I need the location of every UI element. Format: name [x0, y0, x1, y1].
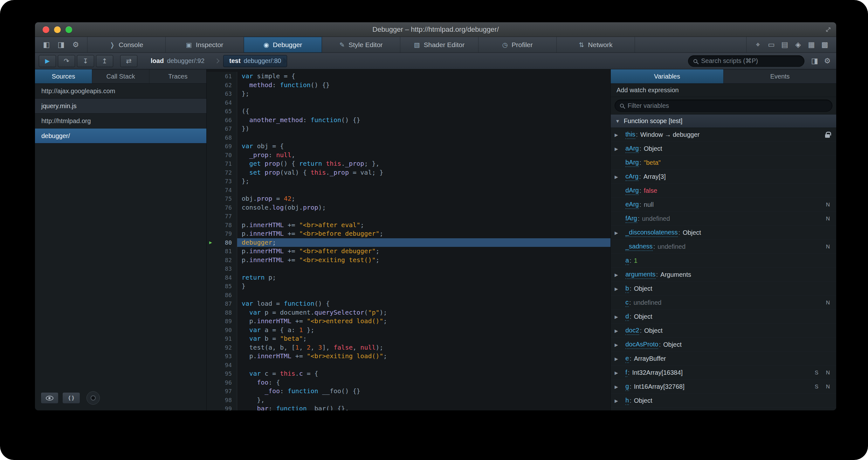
code-line-75[interactable]: 75obj.prop = 42; [207, 194, 611, 203]
code-line-88[interactable]: 88 var p = document.querySelector("p"); [207, 308, 611, 317]
variable-row-b[interactable]: ▶b:Object [611, 282, 836, 296]
close-button[interactable] [42, 26, 49, 33]
variables-tab-events[interactable]: Events [724, 69, 836, 83]
code-line-93[interactable]: 93 p.innerHTML += "<br>exiting load()"; [207, 352, 611, 361]
expander-icon[interactable]: ▶ [615, 370, 625, 375]
titlebar[interactable]: Debugger – http://htmlpad.org/debugger/ [35, 22, 836, 37]
code-line-62[interactable]: 62 method: function() {} [207, 81, 611, 90]
step-out-button[interactable]: ↥ [96, 55, 113, 67]
resize-icon[interactable] [825, 26, 832, 33]
source-item-jquery-min-js[interactable]: jquery.min.js [35, 98, 206, 114]
code-line-83[interactable]: 83 [207, 264, 611, 273]
tab-console[interactable]: ❭Console [87, 37, 166, 53]
expander-icon[interactable]: ▶ [615, 146, 625, 151]
tab-network[interactable]: ⇅Network [557, 37, 635, 53]
code-line-61[interactable]: 61var simple = { [207, 72, 611, 81]
expander-icon[interactable]: ▶ [615, 230, 625, 235]
code-line-68[interactable]: 68 [207, 133, 611, 142]
code-line-87[interactable]: 87var load = function() { [207, 299, 611, 308]
variable-row-doc2[interactable]: ▶doc2:Object [611, 324, 836, 338]
tilt-3d-icon[interactable]: ▩ [820, 40, 830, 49]
code-line-86[interactable]: 86 [207, 291, 611, 300]
expander-icon[interactable]: ▶ [615, 328, 625, 334]
code-line-69[interactable]: 69var obj = { [207, 142, 611, 151]
code-line-94[interactable]: 94 [207, 361, 611, 370]
code-line-70[interactable]: 70 _prop: null, [207, 151, 611, 160]
code-line-67[interactable]: 67}) [207, 124, 611, 133]
expander-icon[interactable]: ▶ [615, 314, 625, 319]
paintbrush-icon[interactable]: ◈ [793, 40, 803, 49]
dock-mode-icon[interactable]: ◧ [41, 40, 52, 49]
pause-on-exceptions-button[interactable]: ⇄ [120, 55, 137, 67]
code-line-85[interactable]: 85} [207, 282, 611, 291]
toggle-split-icon[interactable]: ◨ [56, 40, 66, 49]
sources-tab-call-stack[interactable]: Call Stack [92, 69, 149, 83]
source-item-debugger-[interactable]: debugger/ [35, 128, 206, 143]
scratchpad-icon[interactable]: ▦ [806, 40, 816, 49]
code-line-77[interactable]: 77 [207, 212, 611, 221]
variable-row-c[interactable]: c:undefinedN [611, 296, 836, 310]
expander-icon[interactable]: ▶ [615, 384, 625, 390]
zoom-button[interactable] [65, 26, 72, 33]
variable-row-a[interactable]: a:1 [611, 254, 836, 268]
expander-icon[interactable]: ▶ [615, 356, 625, 362]
step-over-button[interactable]: ↷ [58, 55, 75, 67]
code-line-65[interactable]: 65({ [207, 107, 611, 116]
code-line-81[interactable]: 81p.innerHTML += "<br>after debugger"; [207, 247, 611, 256]
code-line-64[interactable]: 64 [207, 98, 611, 107]
expander-icon[interactable]: ▶ [615, 342, 625, 347]
prettify-source-button[interactable]: { } [62, 392, 80, 404]
code-line-80[interactable]: 80▶debugger; [207, 238, 611, 247]
variable-row-eArg[interactable]: eArg:nullN [611, 198, 836, 212]
scope-header[interactable]: ▼ Function scope [test] [611, 115, 836, 128]
add-watch-expression[interactable]: Add watch expression [611, 84, 836, 97]
code-line-66[interactable]: 66 another_method: function() {} [207, 116, 611, 125]
code-line-97[interactable]: 97 _foo: function __foo() {} [207, 387, 611, 396]
variable-row-arguments[interactable]: ▶arguments:Arguments [611, 268, 836, 282]
sources-tab-traces[interactable]: Traces [149, 69, 206, 83]
search-scripts-input[interactable] [701, 57, 799, 64]
expander-icon[interactable]: ▶ [615, 398, 625, 403]
expander-icon[interactable]: ▶ [615, 132, 625, 138]
code-line-82[interactable]: 82p.innerHTML += "<br>exiting test()"; [207, 256, 611, 265]
tab-shader-editor[interactable]: ▧Shader Editor [400, 37, 478, 53]
variable-row-e[interactable]: ▶e:ArrayBuffer [611, 352, 836, 366]
code-line-92[interactable]: 92 test(a, b, [1, 2, 3], false, null); [207, 343, 611, 352]
variable-row-fArg[interactable]: fArg:undefinedN [611, 212, 836, 226]
code-line-72[interactable]: 72 set prop(val) { this._prop = val; } [207, 168, 611, 177]
code-line-76[interactable]: 76console.log(obj.prop); [207, 203, 611, 212]
blackbox-source-button[interactable] [41, 392, 59, 404]
responsive-mode-icon[interactable]: ▤ [780, 40, 790, 49]
tab-profiler[interactable]: ◷Profiler [478, 37, 557, 53]
variable-row-bArg[interactable]: bArg:"beta" [611, 156, 836, 170]
code-line-96[interactable]: 96 foo: { [207, 378, 611, 387]
pick-element-icon[interactable]: ⌖ [753, 40, 763, 49]
variable-row-f[interactable]: ▶f:Int32Array[16384]SN [611, 366, 836, 380]
breadcrumb-load[interactable]: loaddebugger/:92 [145, 55, 210, 67]
toggle-panes-icon[interactable]: ◨ [809, 57, 820, 65]
step-in-button[interactable]: ↧ [77, 55, 94, 67]
code-line-73[interactable]: 73}; [207, 177, 611, 186]
code-line-91[interactable]: 91 var b = "beta"; [207, 334, 611, 343]
variable-row-h[interactable]: ▶h:Object [611, 394, 836, 408]
toggle-breakpoints-button[interactable] [87, 391, 100, 405]
code-line-63[interactable]: 63}; [207, 89, 611, 98]
source-item-http-ajax-googleapis-com[interactable]: http://ajax.googleapis.com [35, 84, 206, 98]
code-line-71[interactable]: 71 get prop() { return this._prop; }, [207, 160, 611, 168]
code-line-89[interactable]: 89 p.innerHTML += "<br>entered load()"; [207, 317, 611, 326]
variable-row-cArg[interactable]: ▶cArg:Array[3] [611, 170, 836, 184]
variable-row-_disconsolateness[interactable]: ▶_disconsolateness:Object [611, 226, 836, 240]
debugger-settings-gear-icon[interactable]: ⚙ [822, 57, 832, 65]
code-line-98[interactable]: 98 }, [207, 396, 611, 405]
code-line-95[interactable]: 95 var c = this.c = { [207, 369, 611, 378]
tab-style-editor[interactable]: ✎Style Editor [322, 37, 400, 53]
code-line-99[interactable]: 99 bar: function _bar() {}, [207, 404, 611, 410]
sources-tab-sources[interactable]: Sources [35, 69, 92, 83]
split-console-icon[interactable]: ▭ [766, 40, 776, 49]
variable-row-_sadness[interactable]: _sadness:undefinedN [611, 240, 836, 254]
devtools-options-gear-icon[interactable]: ⚙ [70, 40, 81, 49]
source-item-http-htmlpad-org[interactable]: http://htmlpad.org [35, 114, 206, 128]
code-line-84[interactable]: 84return p; [207, 273, 611, 282]
variable-row-docAsProto[interactable]: ▶docAsProto:Object [611, 338, 836, 352]
expander-icon[interactable]: ▶ [615, 272, 625, 278]
